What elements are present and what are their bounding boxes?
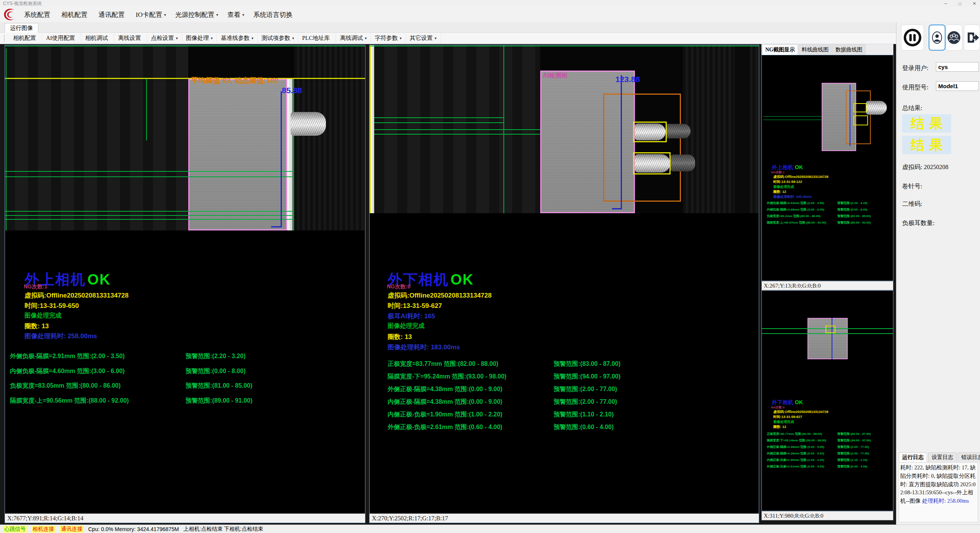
toolbar-item[interactable]: 其它设置 ▾: [406, 33, 441, 43]
ng-count: NG次数:0: [387, 283, 410, 290]
ng-count: NG次数:1: [24, 283, 47, 290]
measurement-value: 正极宽度=83.77mm 范围:(82.00 - 88.00): [388, 360, 498, 368]
toolbar-item[interactable]: PLC地址库: [298, 33, 336, 43]
chevron-down-icon: ▾: [252, 36, 253, 40]
toolbar-item[interactable]: 测试项参数 ▾: [258, 33, 298, 43]
toolbar-item[interactable]: 图像处理 ▾: [182, 33, 217, 43]
measurement-row: 内侧正极-隔膜=4.38mm 范围:(0.00 - 9.00) 预警范围:(2.…: [767, 451, 891, 458]
app-window: CYS-视觉检测系统 ─ □ ✕ 系统配置 相机配置: [0, 0, 980, 533]
maximize-icon[interactable]: □: [959, 0, 961, 7]
toolbar-grip-icon[interactable]: [4, 35, 6, 42]
measurement-row: 外侧负极-隔膜=3.03mm 范围:(2.00 - 3.50) 预警范围:(2.…: [767, 201, 891, 207]
measurement-list: 外侧负极-隔膜=2.91mm 范围:(2.00 - 3.50) 预警范围:(2.…: [10, 352, 361, 411]
run-log-text[interactable]: 耗时: 222, 缺陷检测耗时: 17, 缺陷分类耗时: 0, 缺陷提取分区耗时…: [899, 462, 978, 522]
user-group-button[interactable]: [945, 25, 962, 51]
menu-item-label: 系统配置: [24, 10, 50, 19]
menu-bar: 系统配置 相机配置 通讯配置 IO卡配置 ▾: [0, 7, 980, 22]
ng-preview-upper[interactable]: 外上相机OK NG次数:1 虚拟码:Offline202502081331347…: [761, 55, 893, 281]
menu-item[interactable]: 通讯配置: [95, 9, 130, 21]
chevron-down-icon: ▾: [242, 13, 244, 17]
menu-item[interactable]: 系统语言切换: [250, 9, 298, 21]
toolbar-item[interactable]: 字符参数 ▾: [371, 33, 406, 43]
close-icon[interactable]: ✕: [973, 0, 976, 7]
users-icon: [946, 30, 962, 45]
menu-items: 系统配置 相机配置 通讯配置 IO卡配置 ▾: [21, 9, 298, 21]
measurement-warn-range: 预警范围:(0.60 - 4.00): [554, 423, 613, 431]
capture-time: 时间:13-31-59-627: [388, 301, 442, 310]
user-icon: [930, 29, 944, 46]
tab-run-log[interactable]: 运行日志: [899, 452, 927, 462]
chevron-down-icon: ▾: [216, 13, 218, 17]
toolbar-item[interactable]: 相机配置: [9, 33, 42, 43]
ng-preview-lower[interactable]: 外下相机OK NG次数:0 虚拟码:Offline202502081331347…: [761, 290, 893, 511]
measurement-row: 内侧正极-隔膜=4.38mm 范围:(0.00 - 9.00) 预警范围:(2.…: [388, 398, 752, 411]
menu-item-label: IO卡配置: [136, 10, 162, 19]
toolbar-items: 相机配置 AI使用配置 相机调试 离线设置: [9, 33, 441, 43]
process-done: 图像处理完成: [388, 322, 424, 330]
measurement-row: 内侧负极-隔膜=4.60mm 范围:(3.00 - 6.00) 预警范围:(0.…: [10, 367, 361, 382]
toolbar-item-label: 离线调试: [340, 35, 363, 42]
exit-button[interactable]: [964, 25, 980, 51]
toolbar-item[interactable]: 基准线参数 ▾: [217, 33, 258, 43]
toolbar-item[interactable]: 离线调试 ▾: [336, 33, 371, 43]
measurement-warn-range: 预警范围:(1.10 - 2.10): [554, 411, 613, 419]
measurement-row: 隔膜宽度-上=90.57mm 范围:(88.00 - 92.00) 预警范围:(…: [767, 220, 891, 227]
toolbar-item-label: 离线设置: [118, 35, 141, 42]
side-panel: 登录用户: 使用型号: 总结果: 结果 结果 虚拟码: 20250208 卷针号…: [896, 22, 980, 525]
main-tab-strip: 运行图像: [0, 22, 896, 33]
measurement-value: 隔膜宽度-下=95.24mm 范围:(93.00 - 98.00): [388, 373, 506, 381]
tab-settings-log[interactable]: 设置日志: [928, 452, 957, 462]
status-bar: 心跳信号 相机连接 通讯连接 Cpu: 0.0% Memory: 3424.41…: [0, 525, 980, 533]
tab-material-curve[interactable]: 料线曲线图: [799, 44, 832, 55]
minimize-icon[interactable]: ─: [944, 0, 947, 7]
heartbeat-indicator: 心跳信号: [3, 526, 27, 533]
gauge-value-label: 123.88: [615, 75, 640, 84]
pause-button[interactable]: [901, 25, 924, 51]
toolbar-item[interactable]: 点检设置 ▾: [147, 33, 182, 43]
ai-tab-box: [633, 152, 671, 174]
single-user-button[interactable]: [929, 25, 945, 51]
ai-time: 极耳AI耗时: 165: [388, 312, 435, 321]
login-user-label: 登录用户:: [902, 64, 928, 72]
model-field[interactable]: [936, 81, 979, 91]
camera-image-upper[interactable]: 平均阈值:93, 动态阈值:100 85.88: [5, 45, 365, 230]
toolbar-item[interactable]: 离线设置: [114, 33, 147, 43]
menu-item[interactable]: 相机配置: [58, 9, 93, 21]
camera-image-lower[interactable]: AI检测框 123.88: [370, 45, 759, 213]
menu-item[interactable]: IO卡配置 ▾: [132, 9, 169, 21]
tab-ng-screenshot[interactable]: NG截图显示: [762, 44, 798, 55]
ai-box-label: AI检测框: [543, 72, 567, 80]
measurement-warn-range: 预警范围:(81.00 - 85.00): [186, 382, 252, 390]
measurement-value: 外侧负极-隔膜=2.91mm 范围:(2.00 - 3.50): [10, 352, 125, 360]
login-user-field[interactable]: [936, 62, 979, 72]
measurement-value: 隔膜宽度-上=90.56mm 范围:(88.00 - 92.00): [10, 397, 129, 405]
virtual-code-label: 虚拟码: 20250208: [902, 163, 948, 171]
measurement-row: 外侧正极-负极=2.61mm 范围:(0.60 - 4.00) 预警范围:(0.…: [767, 464, 891, 471]
pause-icon: [903, 28, 922, 47]
pixel-coordinate-bar: X:270;Y:2502;R:17;G:17;B:17: [370, 513, 759, 523]
measurement-value: 外侧正极-隔膜=4.38mm 范围:(0.00 - 9.00): [388, 385, 502, 393]
menu-item[interactable]: 系统配置: [21, 9, 56, 21]
process-done: 图像处理完成: [25, 312, 61, 320]
measurement-row: 外侧负极-隔膜=2.91mm 范围:(2.00 - 3.50) 预警范围:(2.…: [10, 352, 361, 367]
chevron-down-icon: ▾: [164, 13, 166, 17]
comm-link-indicator: 通讯连接: [60, 526, 84, 533]
threshold-annotation: 平均阈值:93, 动态阈值:100: [191, 76, 278, 86]
tab-run-image[interactable]: 运行图像: [5, 23, 38, 33]
tab-data-curve[interactable]: 数据曲线图: [832, 44, 865, 55]
measurement-warn-range: 预警范围:(89.00 - 91.00): [186, 397, 252, 405]
measurement-warn-range: 预警范围:(83.00 - 87.00): [554, 360, 620, 368]
toolbar-item[interactable]: 相机调试: [81, 33, 114, 43]
menu-item[interactable]: 查看 ▾: [224, 9, 248, 21]
toolbar-item[interactable]: AI使用配置: [42, 33, 81, 43]
title-bar: CYS-视觉检测系统 ─ □ ✕: [0, 0, 980, 7]
measurement-value: 负极宽度=83.05mm 范围:(80.00 - 86.00): [10, 382, 121, 390]
pixel-coordinate-bar: X:267;Y:13;R:0;G:0;B:0: [761, 281, 893, 290]
measurement-row: 正极宽度=83.77mm 范围:(82.00 - 88.00) 预警范围:(83…: [388, 360, 752, 373]
measurement-row: 隔膜宽度-上=90.56mm 范围:(88.00 - 92.00) 预警范围:(…: [10, 397, 361, 412]
measurement-warn-range: 预警范围:(2.00 - 77.00): [554, 398, 617, 406]
menu-item[interactable]: 光源控制配置 ▾: [172, 9, 222, 21]
loop-count: 圈数: 13: [25, 322, 49, 331]
tab-error-log[interactable]: 错误日志: [958, 452, 980, 462]
measure-line-blue: [281, 91, 282, 227]
